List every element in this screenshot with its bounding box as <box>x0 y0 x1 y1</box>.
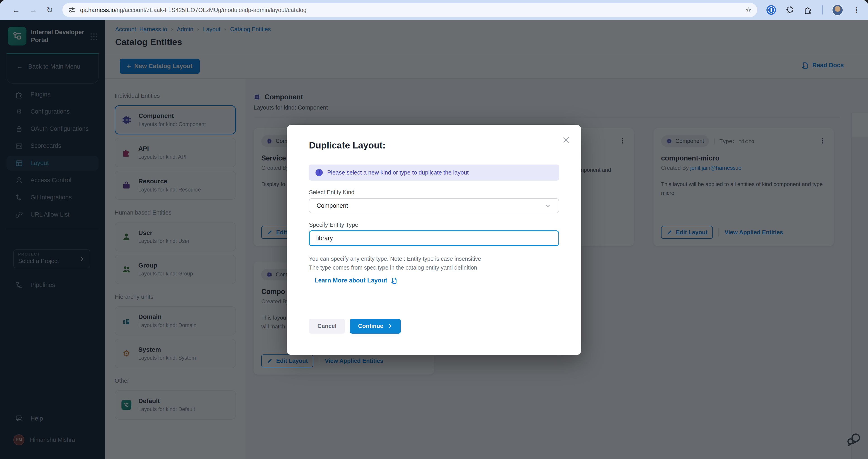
browser-toolbar: ← → ↻ qa.harness.io/ng/account/zEaak-FLS… <box>0 0 868 20</box>
chevron-down-icon <box>545 202 552 209</box>
password-extension-icon[interactable] <box>767 5 776 15</box>
screen: ← → ↻ qa.harness.io/ng/account/zEaak-FLS… <box>0 0 868 459</box>
entity-type-input[interactable] <box>309 230 559 246</box>
type-note-line1: You can specify any entity type. Note : … <box>309 256 481 262</box>
info-icon: i <box>315 169 323 176</box>
url-text[interactable]: qa.harness.io/ng/account/zEaak-FLS425IEO… <box>80 7 741 13</box>
chevron-right-icon <box>387 323 393 328</box>
browser-back-icon[interactable]: ← <box>12 6 20 14</box>
url-host: qa.harness.io <box>80 7 115 13</box>
type-note-line2: The type comes from spec.type in the cat… <box>309 264 477 271</box>
close-icon[interactable] <box>562 136 570 144</box>
browser-menu-icon[interactable]: ⋮ <box>852 6 860 14</box>
info-text: Please select a new kind or type to dupl… <box>327 169 469 176</box>
spinner-extension-icon[interactable] <box>785 5 794 14</box>
extensions-puzzle-icon[interactable] <box>804 5 812 14</box>
continue-button[interactable]: Continue <box>350 319 401 334</box>
entity-type-label: Specify Entity Type <box>309 222 358 228</box>
browser-reload-icon[interactable]: ↻ <box>46 6 53 14</box>
duplicate-layout-modal: Duplicate Layout: i Please select a new … <box>287 125 581 355</box>
modal-title: Duplicate Layout: <box>309 140 385 151</box>
entity-kind-value: Component <box>317 202 348 209</box>
url-path: /ng/account/zEaak-FLS425IEO7OLzMUg/modul… <box>115 7 306 13</box>
site-settings-icon[interactable] <box>68 6 75 14</box>
learn-more-link[interactable]: Learn More about Layout <box>314 277 398 284</box>
cancel-button[interactable]: Cancel <box>309 319 345 334</box>
bookmark-star-icon[interactable]: ☆ <box>745 6 751 14</box>
entity-kind-select[interactable]: Component <box>309 198 559 213</box>
toolbar-divider <box>822 5 823 14</box>
address-bar[interactable]: qa.harness.io/ng/account/zEaak-FLS425IEO… <box>62 3 757 17</box>
info-banner: i Please select a new kind or type to du… <box>309 165 559 181</box>
doc-arrow-icon <box>391 277 398 284</box>
entity-kind-label: Select Entity Kind <box>309 189 354 196</box>
app-window: Internal Developer Portal ← Back to Main… <box>0 20 868 459</box>
browser-forward-icon[interactable]: → <box>29 6 37 14</box>
browser-profile-avatar[interactable] <box>832 4 843 16</box>
